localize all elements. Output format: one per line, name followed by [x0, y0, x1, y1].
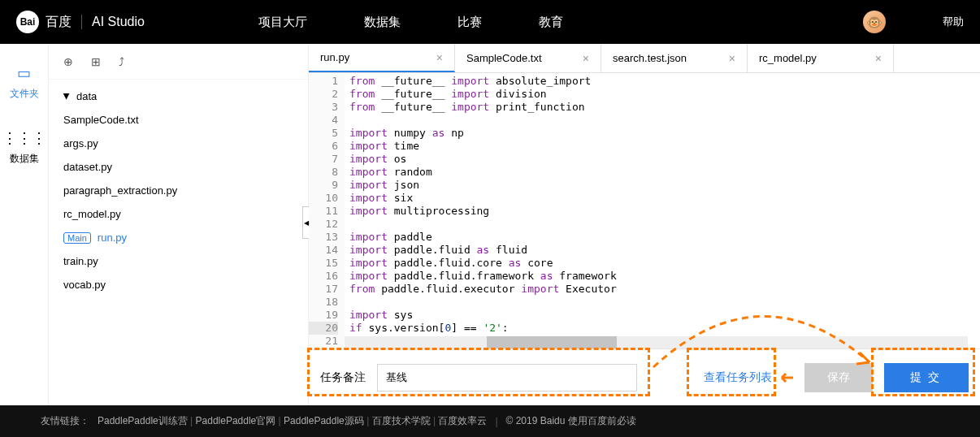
tree-file-dataset-py[interactable]: dataset.py — [49, 155, 308, 179]
top-header: Bai 百度 AI Studio 项目大厅 数据集 比赛 教育 🐵 帮助 — [0, 0, 980, 44]
line-number: 7 — [309, 153, 338, 166]
code-line[interactable]: import time — [349, 140, 980, 153]
avatar[interactable]: 🐵 — [863, 11, 886, 33]
nav-item-datasets[interactable]: 数据集 — [364, 15, 401, 30]
footer-link[interactable]: PaddlePaddle训练营 — [98, 415, 188, 426]
remark-input[interactable] — [377, 364, 637, 392]
tab-label: rc_model.py — [759, 52, 817, 64]
editor-area: ◀ run.py×SampleCode.txt×search.test.json… — [309, 44, 980, 405]
nav-item-competitions[interactable]: 比赛 — [457, 15, 482, 30]
submit-bar: 任务备注 查看任务列表 保存 提交 — [309, 348, 980, 405]
code-line[interactable]: from __future__ import division — [349, 88, 980, 101]
code-line[interactable] — [349, 296, 980, 309]
code-line[interactable]: import multiprocessing — [349, 205, 980, 218]
footer-link[interactable]: 百度效率云 — [438, 415, 487, 426]
line-number: 17 — [309, 283, 338, 296]
save-button[interactable]: 保存 — [804, 363, 873, 392]
close-icon[interactable]: × — [583, 52, 589, 65]
tree-file-train-py[interactable]: train.py — [49, 249, 308, 273]
line-number: 13 — [309, 231, 338, 244]
rail-dataset[interactable]: ⋮⋮⋮ 数据集 — [2, 129, 46, 166]
tab-label: run.py — [320, 51, 349, 63]
code-line[interactable]: if sys.version[0] == '2': — [349, 322, 980, 335]
code-line[interactable]: import paddle.fluid as fluid — [349, 244, 980, 257]
footer-link[interactable]: 百度技术学院 — [372, 415, 431, 426]
upload-icon[interactable]: ⤴ — [119, 55, 124, 68]
collapse-handle[interactable]: ◀ — [302, 206, 309, 239]
code-line[interactable]: import random — [349, 166, 980, 179]
nav-help[interactable]: 帮助 — [943, 15, 964, 29]
top-nav: 项目大厅 数据集 比赛 教育 — [258, 15, 563, 30]
line-number: 15 — [309, 257, 338, 270]
tree-file-args-py[interactable]: args.py — [49, 132, 308, 155]
code-line[interactable]: import numpy as np — [349, 127, 980, 140]
new-file-icon[interactable]: ⊕ — [63, 55, 73, 68]
line-number: 20 — [309, 322, 338, 335]
logo-divider — [81, 15, 82, 29]
tab-run-py[interactable]: run.py× — [309, 44, 455, 72]
rail-dataset-label: 数据集 — [10, 152, 39, 166]
file-panel: ⊕ ⊞ ⤴ ▶ data SampleCode.txtargs.pydatase… — [49, 44, 309, 405]
nav-item-education[interactable]: 教育 — [539, 15, 563, 30]
code-line[interactable]: from __future__ import absolute_import — [349, 75, 980, 88]
code-line[interactable]: import sys — [349, 309, 980, 322]
line-gutter: 123456789101112131415161718192021222324 — [309, 73, 345, 348]
tab-rc_model-py[interactable]: rc_model.py× — [748, 44, 894, 72]
code-line[interactable] — [349, 218, 980, 231]
code-line[interactable]: from __future__ import print_function — [349, 101, 980, 114]
line-number: 3 — [309, 101, 338, 114]
code-line[interactable]: import paddle.fluid.core as core — [349, 257, 980, 270]
folder-icon: ▭ — [17, 64, 31, 82]
close-icon[interactable]: × — [729, 52, 735, 65]
line-number: 9 — [309, 179, 338, 192]
line-number: 11 — [309, 205, 338, 218]
tab-label: SampleCode.txt — [466, 52, 542, 64]
line-number: 18 — [309, 296, 338, 309]
nav-item-projects[interactable]: 项目大厅 — [258, 15, 307, 30]
line-number: 4 — [309, 114, 338, 127]
code-body[interactable]: from __future__ import absolute_importfr… — [345, 73, 980, 348]
tree-file-SampleCode-txt[interactable]: SampleCode.txt — [49, 108, 308, 132]
remark-label: 任务备注 — [320, 370, 366, 385]
tree-folder-data[interactable]: ▶ data — [49, 84, 308, 108]
line-number: 21 — [309, 335, 338, 348]
file-toolbar: ⊕ ⊞ ⤴ — [49, 44, 308, 80]
logo[interactable]: Bai 百度 AI Studio — [16, 11, 145, 33]
footer-link[interactable]: PaddlePaddle源码 — [284, 415, 364, 426]
chevron-down-icon: ▶ — [63, 93, 72, 100]
line-number: 8 — [309, 166, 338, 179]
line-number: 16 — [309, 270, 338, 283]
code-line[interactable]: import six — [349, 192, 980, 205]
tab-bar: run.py×SampleCode.txt×search.test.json×r… — [309, 44, 980, 73]
tree-file-vocab-py[interactable]: vocab.py — [49, 273, 308, 296]
footer-copyright: © 2019 Baidu 使用百度前必读 — [506, 414, 636, 428]
code-line[interactable]: import paddle — [349, 231, 980, 244]
new-folder-icon[interactable]: ⊞ — [91, 55, 101, 68]
code-editor[interactable]: 123456789101112131415161718192021222324 … — [309, 73, 980, 348]
file-name: vocab.py — [63, 279, 106, 291]
code-line[interactable]: import paddle.fluid.framework as framewo… — [349, 270, 980, 283]
code-line[interactable] — [349, 114, 980, 127]
file-name: run.py — [98, 231, 127, 244]
close-icon[interactable]: × — [875, 52, 882, 65]
folder-label: data — [76, 90, 97, 102]
main-badge: Main — [63, 232, 91, 244]
tab-SampleCode-txt[interactable]: SampleCode.txt× — [455, 44, 601, 72]
code-line[interactable]: import os — [349, 153, 980, 166]
tree-file-paragraph_extraction-py[interactable]: paragraph_extraction.py — [49, 179, 308, 202]
tab-search-test-json[interactable]: search.test.json× — [601, 44, 748, 72]
scrollbar-thumb[interactable] — [487, 336, 617, 348]
tree-file-run-py[interactable]: Mainrun.py — [49, 226, 308, 249]
submit-button[interactable]: 提交 — [884, 363, 969, 392]
horizontal-scrollbar[interactable] — [345, 336, 968, 348]
file-name: dataset.py — [63, 161, 112, 173]
rail-files[interactable]: ▭ 文件夹 — [10, 64, 39, 101]
footer-link[interactable]: PaddlePaddle官网 — [196, 415, 276, 426]
logo-product-text: AI Studio — [92, 15, 145, 29]
line-number: 5 — [309, 127, 338, 140]
view-tasks-link[interactable]: 查看任务列表 — [704, 370, 772, 385]
tree-file-rc_model-py[interactable]: rc_model.py — [49, 202, 308, 226]
code-line[interactable]: from paddle.fluid.executor import Execut… — [349, 283, 980, 296]
close-icon[interactable]: × — [436, 51, 443, 64]
code-line[interactable]: import json — [349, 179, 980, 192]
